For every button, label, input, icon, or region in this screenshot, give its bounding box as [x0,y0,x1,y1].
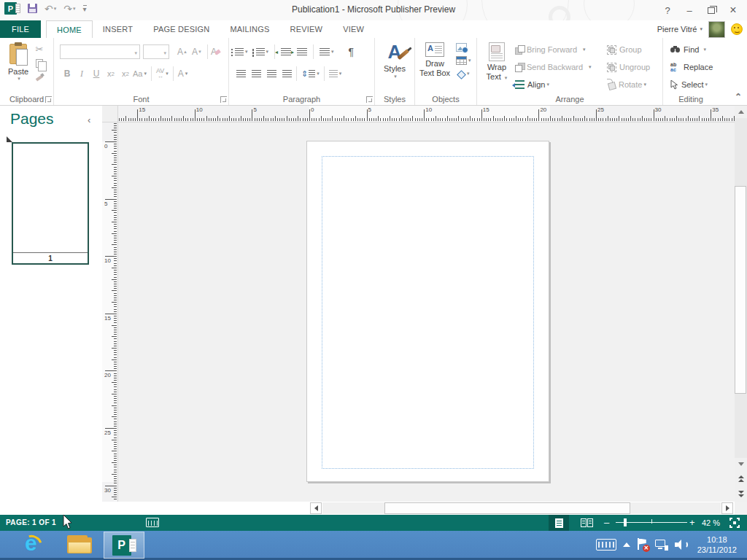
tab-file[interactable]: FILE [0,20,41,38]
help-button[interactable]: ? [657,2,678,18]
change-case-button[interactable]: Aa▾ [133,66,147,81]
clipboard-dialog-launcher-icon[interactable] [45,96,52,103]
align-left-button[interactable] [236,66,246,81]
align-right-button[interactable] [267,66,276,81]
select-button[interactable]: Select▾ [670,76,713,93]
decrease-indent-button[interactable]: ◂ [281,44,291,59]
vertical-scroll-thumb[interactable] [735,186,746,394]
taskbar-clock[interactable]: 10:1823/11/2012 [697,534,737,555]
previous-page-button[interactable] [735,472,747,485]
rotate-button[interactable]: Rotate▾ [607,76,650,93]
wrap-text-button[interactable]: WrapText ▾ [483,42,511,82]
bring-forward-button[interactable]: Bring Forward▾ [515,41,592,58]
feedback-smiley-icon[interactable] [731,23,743,35]
horizontal-scroll-thumb[interactable] [384,502,630,514]
tab-mailings[interactable]: MAILINGS [220,20,279,38]
cut-button[interactable]: ✂ [36,44,44,55]
pages-sort-icon[interactable] [7,136,12,142]
horizontal-scrollbar[interactable] [102,502,735,515]
file-explorer-icon[interactable] [67,535,92,554]
tab-insert[interactable]: INSERT [93,20,143,38]
horizontal-ruler[interactable]: 1510505101520253035 [118,106,735,122]
group-button[interactable]: Group [607,41,650,58]
tab-home[interactable]: HOME [46,20,93,38]
align-button[interactable]: Align▾ [515,76,592,93]
line-spacing-button[interactable]: ⇕▾ [301,66,320,81]
paste-button[interactable]: Paste ▾ [4,42,32,95]
ungroup-button[interactable]: Ungroup [607,58,650,76]
underline-button[interactable]: U [89,66,104,81]
clear-formatting-button[interactable]: A [211,44,220,59]
user-name[interactable]: Pierre Vitré [657,25,697,34]
paragraph-dialog-launcher-icon[interactable] [366,96,373,103]
replace-button[interactable]: abacReplace [670,58,713,76]
increase-indent-button[interactable]: ▸ [297,44,307,59]
insert-shapes-button[interactable]: ▾ [456,69,470,79]
scroll-down-button[interactable] [735,458,747,470]
font-name-combo[interactable]: ▾ [60,44,140,59]
restore-button[interactable] [700,2,722,18]
vertical-ruler[interactable]: 051015202530 [102,122,118,502]
borders-button[interactable]: ▾ [329,66,342,81]
styles-button[interactable]: A Styles ▾ [375,42,414,79]
next-page-button[interactable] [735,488,747,500]
subscript-button[interactable]: x2 [104,66,118,81]
two-page-view-button[interactable] [576,515,597,531]
vertical-scroll-track[interactable] [735,118,747,458]
insert-picture-button[interactable] [456,42,467,52]
network-icon[interactable] [655,539,668,551]
character-spacing-button[interactable]: AV↔▾ [156,66,169,81]
tab-review[interactable]: REVIEW [280,20,333,38]
font-size-combo[interactable]: ▾ [143,44,169,59]
shrink-font-button[interactable]: A▼ [190,44,204,59]
page-thumbnail[interactable]: 1 [12,142,89,265]
single-page-view-button[interactable] [549,515,569,531]
scroll-up-button[interactable] [735,106,747,118]
font-color-button[interactable]: A▾ [178,66,188,81]
zoom-slider-thumb[interactable] [624,518,627,526]
minimize-button[interactable]: – [678,2,700,18]
zoom-out-button[interactable]: – [604,517,609,528]
copy-button[interactable] [36,59,43,68]
numbering-button[interactable]: ▾ [256,44,269,59]
pages-panel-collapse-button[interactable]: ‹ [88,114,90,125]
insert-table-button[interactable]: ▾ [456,55,471,66]
object-indicator-icon[interactable] [146,518,159,527]
action-center-icon[interactable]: ✕ [637,538,649,551]
italic-button[interactable]: I [74,66,89,81]
special-characters-button[interactable]: ¶ [349,44,355,59]
format-painter-button[interactable] [35,72,44,81]
justify-button[interactable] [282,66,292,81]
publication-page[interactable] [306,141,549,482]
volume-icon[interactable] [675,539,688,551]
show-hidden-icons-button[interactable] [623,542,630,547]
bold-button[interactable]: B [60,66,74,81]
align-center-button[interactable] [252,66,261,81]
find-button[interactable]: Find▾ [670,41,713,58]
grow-font-button[interactable]: A▲ [175,44,190,59]
canvas[interactable] [118,122,735,502]
user-avatar[interactable] [708,21,725,38]
draw-text-box-button[interactable]: A DrawText Box [417,42,453,78]
page-indicator[interactable]: PAGE: 1 OF 1 [6,518,56,526]
tab-page-design[interactable]: PAGE DESIGN [143,20,220,38]
tab-view[interactable]: VIEW [333,20,374,38]
horizontal-scroll-track[interactable] [322,502,721,514]
publisher-taskbar-button[interactable]: P [104,532,144,559]
zoom-in-button[interactable]: + [689,517,695,528]
send-backward-button[interactable]: Send Backward▾ [515,58,592,76]
close-button[interactable]: × [722,2,744,18]
user-dropdown-arrow[interactable]: ▾ [700,26,703,32]
scroll-right-button[interactable] [721,502,733,514]
collapse-ribbon-button[interactable]: ⌃ [735,92,742,102]
vertical-scrollbar[interactable] [735,106,747,502]
zoom-level[interactable]: 42 % [702,518,720,527]
font-dialog-launcher-icon[interactable] [220,96,227,103]
columns-button[interactable]: ▾ [320,44,334,59]
superscript-button[interactable]: x2 [118,66,133,81]
fit-page-button[interactable] [729,518,740,528]
internet-explorer-icon[interactable]: e [20,532,45,557]
bullets-button[interactable]: ▾ [235,44,248,59]
touch-keyboard-icon[interactable] [596,539,616,551]
scroll-left-button[interactable] [310,502,322,514]
